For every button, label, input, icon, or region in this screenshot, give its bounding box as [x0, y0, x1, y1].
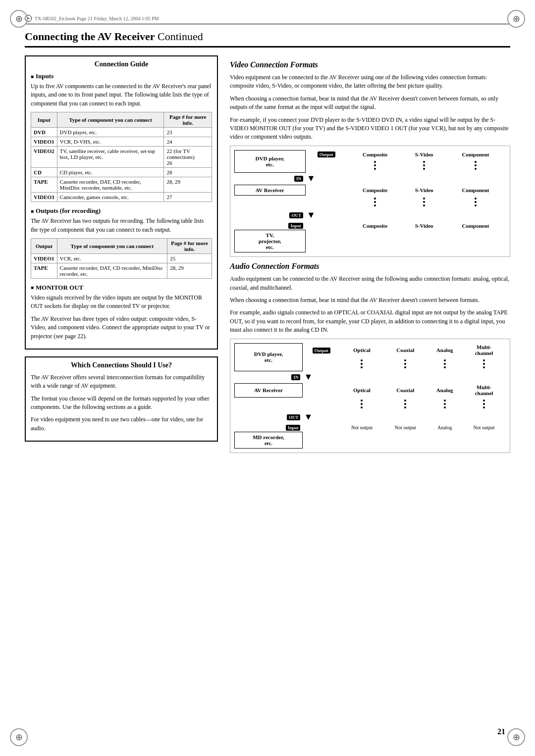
- video-diag-row-dvd: DVD player,etc. Output Composite S-Video…: [235, 150, 506, 158]
- corner-mark-tl: ⊕: [10, 10, 28, 28]
- video-diagram: DVD player,etc. Output Composite S-Video…: [230, 146, 510, 257]
- video-body2: When choosing a connection format, bear …: [230, 95, 510, 112]
- which-connections-body2: The format you choose will depend on the…: [31, 395, 212, 412]
- video-tv-label: TV,projector,etc.: [235, 230, 306, 252]
- video-connection-title: Video Connection Formats: [230, 60, 510, 69]
- audio-dvd-label: DVD player,etc.: [235, 343, 303, 371]
- outputs-title: Outputs (for recording): [31, 207, 212, 215]
- audio-out-analog: Analog: [427, 423, 462, 432]
- table-row: CD CD player, etc. 28: [31, 168, 212, 177]
- page-container: ⊕ ⊕ ⊕ ⊕ ➤ TX-SR502_En.book Page 21 Frida…: [0, 0, 535, 756]
- outputs-col-output: Output: [31, 238, 57, 253]
- audio-diag-row-output-labels: Input Not output Not output Analog Not o…: [235, 423, 506, 432]
- right-column: Video Connection Formats Video equipment…: [230, 55, 510, 458]
- audio-diag-row-arrow-in: IN ▼: [235, 371, 506, 383]
- table-row: TAPE Cassette recorder, DAT, CD recorder…: [31, 263, 212, 278]
- audio-col-coaxial-header: Coaxial: [383, 343, 427, 357]
- inputs-col-input: Input: [31, 112, 57, 128]
- inputs-title: Inputs: [31, 72, 212, 80]
- audio-diag-table: DVD player,etc. Output Optical Coaxial A…: [234, 343, 506, 449]
- left-column: Connection Guide Inputs Up to five AV co…: [25, 55, 218, 458]
- inputs-col-page: Page # for more info.: [164, 112, 212, 128]
- monitor-out-body1: Video signals received by the video inpu…: [31, 294, 212, 311]
- outputs-body: The AV Receiver has two outputs for reco…: [31, 217, 212, 234]
- audio-col-optical-header: Optical: [340, 343, 384, 357]
- video-diag-row-tv: TV,projector,etc.: [235, 230, 506, 252]
- audio-output-badge: Output: [313, 348, 330, 353]
- out-badge: OUT: [289, 212, 303, 218]
- table-row: VIDEO2 TV, satellite receiver, cable rec…: [31, 147, 212, 168]
- video-diag-row-input: Input Composite S-Video Component: [235, 221, 506, 230]
- audio-diag-row-md: MD recorder,etc.: [235, 432, 506, 449]
- outputs-table: Output Type of component you can connect…: [31, 238, 212, 279]
- video-dvd-label: DVD player,etc.: [235, 150, 306, 172]
- which-connections-body3: For video equipment you need to use two …: [31, 415, 212, 433]
- connection-guide-box: Connection Guide Inputs Up to five AV co…: [25, 55, 218, 350]
- audio-col-analog-header: Analog: [427, 343, 462, 357]
- audio-diag-row-dvd: DVD player,etc. Output Optical Coaxial A…: [235, 343, 506, 357]
- audio-output-badge-cell: Output: [302, 343, 340, 357]
- table-row: VIDEO3 Camcorder, games console, etc. 27: [31, 193, 212, 202]
- audio-out-badge: OUT: [287, 414, 301, 420]
- outputs-col-type: Type of component you can connect: [57, 238, 167, 253]
- video-diag-table: DVD player,etc. Output Composite S-Video…: [234, 150, 506, 253]
- audio-input-badge: Input: [286, 425, 301, 431]
- audio-connection-title: Audio Connection Formats: [230, 262, 510, 271]
- audio-diag-row-avr-dots: [235, 397, 506, 411]
- audio-body3: For example, audio signals connected to …: [230, 308, 510, 334]
- main-content: Connection Guide Inputs Up to five AV co…: [25, 55, 510, 458]
- page-title: Connecting the AV Receiver Continued: [25, 30, 510, 48]
- video-diag-row-avr-dots: [235, 195, 506, 209]
- audio-diag-row-arrow-out: OUT ▼: [235, 411, 506, 423]
- monitor-out-title: MONITOR OUT: [31, 284, 212, 292]
- input-badge: Input: [288, 223, 303, 229]
- page-number: 21: [497, 727, 505, 736]
- which-connections-box: Which Connections Should I Use? The AV R…: [25, 356, 218, 442]
- monitor-out-body2: The AV Receiver has three types of video…: [31, 315, 212, 341]
- top-bar: ➤ TX-SR502_En.book Page 21 Friday, March…: [25, 15, 510, 24]
- audio-out-optical: Not output: [340, 423, 384, 432]
- corner-mark-br: ⊕: [507, 728, 525, 746]
- table-row: TAPE Cassette recorder, DAT, CD recorder…: [31, 177, 212, 193]
- audio-md-label: MD recorder,etc.: [235, 432, 303, 449]
- inputs-body: Up to five AV components can be connecte…: [31, 82, 212, 108]
- table-row: VIDEO1 VCR, etc. 25: [31, 253, 212, 263]
- audio-diagram: DVD player,etc. Output Optical Coaxial A…: [230, 339, 510, 454]
- in-badge: IN: [294, 176, 303, 182]
- corner-mark-tr: ⊕: [507, 10, 525, 28]
- audio-out-multichannel: Not output: [462, 423, 506, 432]
- video-body1: Video equipment can be connected to the …: [230, 73, 510, 91]
- audio-body1: Audio equipment can be connected to the …: [230, 275, 510, 292]
- video-diag-row-arrow-in: IN ▼: [235, 172, 506, 185]
- table-row: DVD DVD player, etc. 23: [31, 128, 212, 137]
- audio-out-coaxial: Not output: [383, 423, 427, 432]
- audio-avr-label: AV Receiver: [235, 383, 303, 397]
- video-col-svideo-header: S-Video: [403, 150, 445, 158]
- video-diag-row-arrow-out: OUT ▼: [235, 209, 506, 221]
- corner-mark-bl: ⊕: [10, 728, 28, 746]
- video-body3: For example, if you connect your DVD pla…: [230, 116, 510, 142]
- video-output-badge-cell: Output: [305, 150, 347, 158]
- inputs-table: Input Type of component you can connect …: [31, 112, 212, 202]
- output-badge: Output: [318, 151, 335, 157]
- table-row: VIDEO1 VCR, D-VHS, etc. 24: [31, 137, 212, 147]
- audio-body2: When choosing a connection format, bear …: [230, 296, 510, 304]
- connection-guide-title: Connection Guide: [31, 60, 212, 68]
- video-col-component-header: Component: [445, 150, 506, 158]
- top-bar-text: TX-SR502_En.book Page 21 Friday, March 1…: [35, 16, 159, 21]
- video-col-composite-header: Composite: [347, 150, 403, 158]
- inputs-col-type: Type of component you can connect: [57, 112, 164, 128]
- audio-col-multichannel-header: Multi-channel: [462, 343, 506, 357]
- video-diag-row-avr: AV Receiver Composite S-Video Component: [235, 185, 506, 195]
- which-connections-title: Which Connections Should I Use?: [31, 361, 212, 369]
- outputs-col-page: Page # for more info.: [167, 238, 212, 253]
- audio-diag-row-avr: AV Receiver Optical Coaxial Analog Multi…: [235, 383, 506, 397]
- audio-in-badge: IN: [291, 374, 300, 380]
- which-connections-body1: The AV Receiver offers several interconn…: [31, 373, 212, 391]
- video-avr-label: AV Receiver: [235, 185, 306, 195]
